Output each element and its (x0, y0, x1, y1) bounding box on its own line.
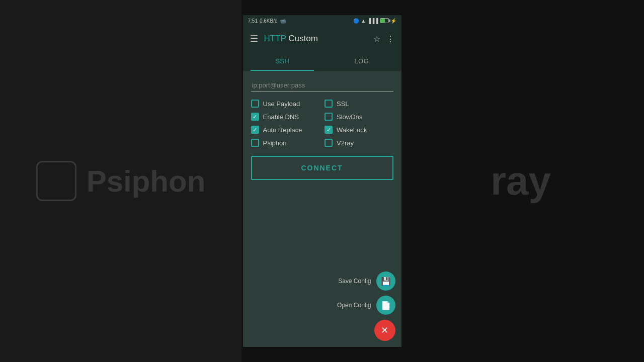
title-http: HTTP (264, 34, 286, 43)
bluetooth-icon: 🔵 (353, 18, 359, 24)
open-config-row: Open Config 📄 (337, 296, 395, 315)
app-header: ☰ HTTP Custom ☆ ⋮ (243, 26, 401, 51)
tab-ssh[interactable]: SSH (243, 51, 323, 71)
bg-icon (36, 161, 76, 201)
battery-icon (380, 18, 389, 23)
checkbox-v2ray[interactable]: V2ray (325, 139, 393, 147)
checkbox-use-payload-label: Use Payload (263, 100, 300, 108)
server-input-group (251, 79, 393, 92)
checkbox-psiphon-label: Psiphon (263, 139, 287, 147)
checkbox-psiphon[interactable]: Psiphon (251, 139, 320, 147)
checkbox-auto-replace-label: Auto Replace (263, 126, 302, 134)
app-title: HTTP Custom (264, 34, 367, 44)
title-custom: Custom (286, 34, 318, 43)
phone-frame: 7:51 0.6KB/d 📹 🔵 ▲ ▐▐▐ ⚡ ☰ HTTP Custom ☆… (243, 15, 401, 347)
status-speed: 0.6KB/d (260, 18, 278, 24)
open-icon: 📄 (381, 301, 391, 310)
checkbox-ssl[interactable]: SSL (325, 100, 393, 108)
checkbox-v2ray-label: V2ray (337, 139, 354, 147)
checkbox-enable-dns-label: Enable DNS (263, 113, 299, 121)
more-icon[interactable]: ⋮ (386, 34, 394, 44)
menu-icon[interactable]: ☰ (250, 33, 258, 44)
checkbox-enable-dns[interactable]: Enable DNS (251, 113, 320, 121)
save-config-button[interactable]: 💾 (376, 272, 395, 291)
checkbox-slow-dns[interactable]: SlowDns (325, 113, 393, 121)
background-right: ray (397, 0, 644, 362)
status-right: 🔵 ▲ ▐▐▐ ⚡ (353, 18, 396, 24)
save-config-label: Save Config (338, 278, 371, 285)
connect-button[interactable]: CONNECT (251, 156, 393, 180)
checkbox-use-payload[interactable]: Use Payload (251, 100, 320, 108)
checkbox-wakelock-label: WakeLock (337, 126, 367, 134)
save-config-row: Save Config 💾 (338, 272, 395, 291)
background-left: Psiphon (0, 0, 242, 362)
checkbox-ssl-box[interactable] (325, 100, 333, 108)
checkbox-auto-replace[interactable]: Auto Replace (251, 126, 320, 134)
close-fab-button[interactable]: ✕ (374, 320, 395, 341)
fab-container: Save Config 💾 Open Config 📄 ✕ (337, 272, 395, 341)
header-icons: ☆ ⋮ (373, 34, 394, 44)
checkbox-ssl-label: SSL (337, 100, 349, 108)
status-left: 7:51 0.6KB/d 📹 (248, 18, 286, 24)
tabs: SSH LOG (243, 51, 401, 71)
checkbox-auto-replace-box[interactable] (251, 126, 259, 134)
charge-icon: ⚡ (390, 18, 396, 24)
checkbox-v2ray-box[interactable] (325, 139, 333, 147)
checkbox-enable-dns-box[interactable] (251, 113, 259, 121)
star-icon[interactable]: ☆ (373, 34, 380, 44)
server-input[interactable] (251, 79, 393, 92)
close-fab-row: ✕ (374, 320, 395, 341)
wifi-icon: ▲ (361, 18, 366, 24)
checkboxes-grid: Use Payload SSL Enable DNS SlowDns Auto … (251, 100, 393, 147)
close-icon: ✕ (381, 325, 388, 336)
open-config-button[interactable]: 📄 (376, 296, 395, 315)
video-icon: 📹 (280, 18, 286, 24)
checkbox-slow-dns-box[interactable] (325, 113, 333, 121)
checkbox-use-payload-box[interactable] (251, 100, 259, 108)
checkbox-wakelock[interactable]: WakeLock (325, 126, 393, 134)
tab-log[interactable]: LOG (322, 51, 401, 71)
status-time: 7:51 (248, 18, 258, 24)
bg-right-text: ray (491, 158, 551, 204)
bg-left-text: Psiphon (87, 164, 206, 199)
open-config-label: Open Config (337, 302, 371, 309)
signal-icon: ▐▐▐ (367, 18, 378, 24)
checkbox-psiphon-box[interactable] (251, 139, 259, 147)
save-icon: 💾 (381, 277, 391, 286)
status-bar: 7:51 0.6KB/d 📹 🔵 ▲ ▐▐▐ ⚡ (243, 15, 401, 26)
content-area: Use Payload SSL Enable DNS SlowDns Auto … (243, 71, 401, 347)
checkbox-slow-dns-label: SlowDns (337, 113, 362, 121)
checkbox-wakelock-box[interactable] (325, 126, 333, 134)
